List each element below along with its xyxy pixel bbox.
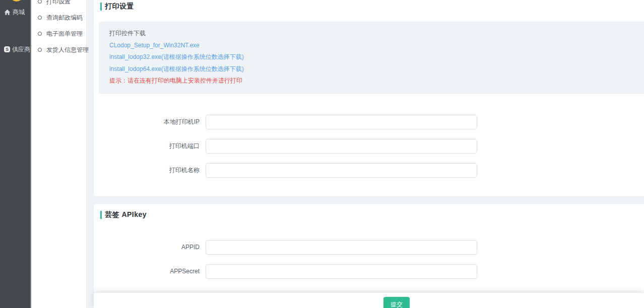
page: 商城 S 供应商 打印设置 查询邮政编码 电子面单管理 发货人信息管理 xyxy=(0,0,644,308)
submenu-item-label: 查询邮政编码 xyxy=(46,14,83,22)
submit-button[interactable]: 提交 xyxy=(383,297,410,308)
download-link-lodop64[interactable]: install_lodop64.exe(请根据操作系统位数选择下载) xyxy=(109,65,644,73)
local-printer-ip-input[interactable] xyxy=(206,115,477,129)
sidebar-item-mall[interactable]: 商城 xyxy=(0,6,31,18)
apikey-card-title: 芸签 APIkey xyxy=(105,210,147,219)
circle-bullet-icon xyxy=(38,48,42,52)
sidebar-item-supplier[interactable]: S 供应商 xyxy=(0,43,31,55)
submenu-list: 打印设置 查询邮政编码 电子面单管理 发货人信息管理 xyxy=(31,0,87,55)
printer-port-input[interactable] xyxy=(206,139,477,153)
field-label: APPSecret xyxy=(126,264,206,279)
download-link-lodop32[interactable]: install_lodop32.exe(请根据操作系统位数选择下载) xyxy=(109,53,644,61)
app-logo xyxy=(10,0,23,2)
accent-bar xyxy=(100,3,102,11)
card-title-row: 打印设置 xyxy=(100,2,134,11)
download-panel: 打印控件下载 CLodop_Setup_for_Win32NT.exe inst… xyxy=(99,22,644,94)
circle-bullet-icon xyxy=(38,32,42,36)
accent-bar xyxy=(100,211,102,219)
submenu-sidebar: 打印设置 查询邮政编码 电子面单管理 发货人信息管理 xyxy=(31,0,87,308)
printer-name-input[interactable] xyxy=(206,163,477,178)
form-row-printer-name: 打印机名称 xyxy=(126,163,477,178)
download-panel-heading: 打印控件下载 xyxy=(109,30,644,37)
appid-input[interactable] xyxy=(206,240,477,255)
circle-bullet-icon xyxy=(38,16,42,20)
submenu-item-label: 电子面单管理 xyxy=(46,30,83,38)
field-label: 打印机端口 xyxy=(126,139,206,153)
form-row-printer-port: 打印机端口 xyxy=(126,139,477,153)
form-row-appsecret: APPSecret xyxy=(126,264,477,279)
form-row-appid: APPID xyxy=(126,240,477,255)
sidebar-item-label: 供应商 xyxy=(12,45,30,54)
install-notice: 提示：请在连有打印的电脑上安装控件并进行打印 xyxy=(109,77,644,85)
submenu-item-ewaybill-management[interactable]: 电子面单管理 xyxy=(31,28,87,39)
home-icon xyxy=(4,9,11,16)
submenu-item-print-settings[interactable]: 打印设置 xyxy=(31,0,87,7)
primary-sidebar: 商城 S 供应商 xyxy=(0,0,31,308)
submenu-item-postcode-lookup[interactable]: 查询邮政编码 xyxy=(31,12,87,23)
card-title-row: 芸签 APIkey xyxy=(100,210,147,219)
field-label: 本地打印机IP xyxy=(126,115,206,129)
footer-bar xyxy=(94,293,644,308)
field-label: 打印机名称 xyxy=(126,163,206,178)
download-link-clodop[interactable]: CLodop_Setup_for_Win32NT.exe xyxy=(109,42,644,49)
supplier-icon: S xyxy=(4,46,10,52)
page-title: 打印设置 xyxy=(105,2,134,11)
submenu-item-sender-info-management[interactable]: 发货人信息管理 xyxy=(31,44,87,55)
form-row-local-printer-ip: 本地打印机IP xyxy=(126,115,477,129)
submenu-item-label: 发货人信息管理 xyxy=(46,46,89,54)
submenu-item-label: 打印设置 xyxy=(46,0,71,6)
field-label: APPID xyxy=(126,240,206,255)
circle-bullet-icon xyxy=(38,0,42,4)
appsecret-input[interactable] xyxy=(206,264,477,279)
sidebar-item-label: 商城 xyxy=(13,8,25,17)
